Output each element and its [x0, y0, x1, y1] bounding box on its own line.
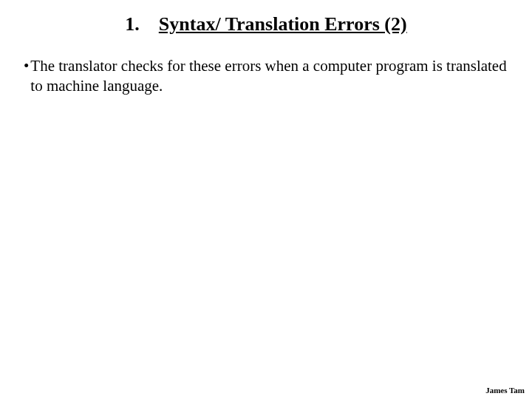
- heading-number: 1.: [125, 13, 140, 35]
- slide: 1. Syntax/ Translation Errors (2) • The …: [0, 0, 532, 399]
- bullet-text: The translator checks for these errors w…: [30, 56, 508, 97]
- slide-heading: 1. Syntax/ Translation Errors (2): [24, 13, 508, 35]
- bullet-marker: •: [24, 56, 29, 76]
- bullet-item: • The translator checks for these errors…: [24, 56, 508, 97]
- author-credit: James Tam: [485, 386, 525, 395]
- heading-title: Syntax/ Translation Errors (2): [159, 13, 407, 35]
